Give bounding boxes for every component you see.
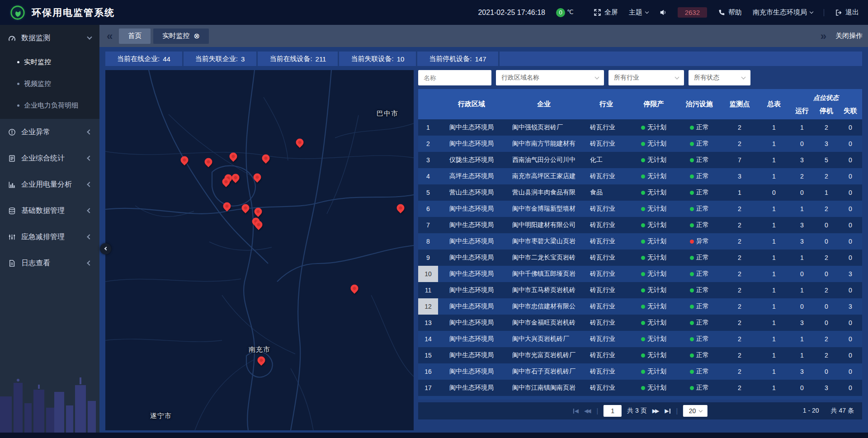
- prev-page-icon[interactable]: ◀◀: [584, 408, 591, 414]
- cell-production-status: 无计划: [630, 233, 678, 250]
- chevron-down-icon: [698, 408, 702, 412]
- cell-run: 1: [790, 331, 814, 347]
- map-pin-icon[interactable]: [294, 137, 305, 147]
- sidebar-item-log-view[interactable]: 日志查看: [0, 250, 99, 276]
- sidebar-item-enterprise-abnormal[interactable]: 企业异常: [0, 119, 99, 145]
- table-row[interactable]: 10阆中生态环境局阆中千佛镇五郎垭页岩砖瓦行业无计划正常21003: [418, 266, 862, 282]
- map-pin-icon[interactable]: [349, 283, 360, 294]
- table-row[interactable]: 13阆中生态环境局阆中市金福旺页岩机砖砖瓦行业无计划正常21300: [418, 315, 862, 331]
- logout-label: 退出: [845, 8, 859, 17]
- theme-dropdown[interactable]: 主题: [629, 8, 648, 17]
- cell-company: 阆中千佛镇五郎垭页岩: [505, 266, 583, 282]
- green-dot-icon: [690, 353, 694, 358]
- sidebar-item-enterprise-statistics[interactable]: 企业综合统计: [0, 145, 99, 171]
- sidebar-item-realtime-monitor[interactable]: 实时监控: [0, 51, 99, 73]
- region-filter-select[interactable]: 行政区域名称: [496, 70, 604, 85]
- map-pin-icon[interactable]: [256, 355, 267, 366]
- col-region: 行政区域: [438, 89, 505, 119]
- fullscreen-button[interactable]: 全屏: [594, 8, 618, 17]
- table-row[interactable]: 12阆中生态环境局阆中市忠信建材有限公砖瓦行业无计划正常21003: [418, 298, 862, 315]
- notice-count-badge[interactable]: 2632: [678, 7, 707, 18]
- table-row[interactable]: 9阆中生态环境局阆中市二龙长宝页岩砖砖瓦行业无计划正常21120: [418, 250, 862, 266]
- table-row[interactable]: 2阆中生态环境局阆中市南方节能建材有砖瓦行业无计划正常21030: [418, 136, 862, 152]
- table-row[interactable]: 1阆中生态环境局阆中强锐页岩砖厂砖瓦行业无计划正常21120: [418, 119, 862, 136]
- table-row[interactable]: 7阆中生态环境局阆中明阳建材有限公司砖瓦行业无计划正常21300: [418, 217, 862, 233]
- divider: [824, 9, 824, 16]
- sidebar-item-video-monitor[interactable]: 视频监控: [0, 73, 99, 94]
- tab-bar: « 首页实时监控⊗ » 关闭操作: [99, 25, 868, 47]
- cell-points: 3: [721, 168, 758, 184]
- map-pin-icon[interactable]: [253, 206, 264, 217]
- map-pin-icon[interactable]: [179, 155, 190, 165]
- range-label: 1 - 20: [803, 407, 819, 414]
- status-filter-select[interactable]: 所有状态: [689, 70, 750, 85]
- cell-industry: 砖瓦行业: [583, 396, 630, 400]
- cell-facility-status: 正常: [678, 184, 721, 201]
- map-pin-icon[interactable]: [240, 203, 251, 213]
- logout-button[interactable]: 退出: [835, 8, 859, 17]
- cell-meters: 1: [758, 136, 790, 152]
- sidebar-item-base-data-mgmt[interactable]: 基础数据管理: [0, 198, 99, 224]
- cell-points: 2: [721, 282, 758, 298]
- last-page-icon[interactable]: ▶: [665, 408, 670, 414]
- table-row[interactable]: 5营山生态环境局营山县润丰肉食品有限食品无计划正常10010: [418, 184, 862, 201]
- name-filter-input[interactable]: [418, 70, 491, 85]
- sidebar-item-data-monitoring[interactable]: 数据监测: [0, 25, 99, 51]
- table-row[interactable]: 6阆中生态环境局阆中市金博瑞新型墙材砖瓦行业无计划正常21120: [418, 201, 862, 217]
- tabs-scroll-left-icon[interactable]: «: [105, 31, 114, 42]
- table-row[interactable]: 18南部生态环境局南部县双佛页岩砖有限砖瓦行业无计划正常21030: [418, 396, 862, 400]
- industry-filter-select[interactable]: 所有行业: [609, 70, 684, 85]
- help-button[interactable]: 帮助: [718, 8, 742, 17]
- collapse-map-handle[interactable]: [100, 243, 111, 254]
- cell-facility-status: 正常: [678, 266, 721, 282]
- map-pin-icon[interactable]: [395, 203, 406, 213]
- chevron-down-icon: [675, 75, 679, 80]
- sidebar-item-emergency-reduction[interactable]: 应急减排管理: [0, 224, 99, 250]
- tab-realtime-monitor[interactable]: 实时监控⊗: [153, 28, 208, 44]
- cell-index: 14: [418, 331, 438, 347]
- map-pin-icon[interactable]: [228, 151, 239, 162]
- page-size-select[interactable]: 20: [683, 405, 708, 417]
- close-operations-dropdown[interactable]: 关闭操作: [835, 32, 863, 40]
- cell-meters: 1: [758, 380, 790, 396]
- sidebar-item-power-load-detail[interactable]: 企业电力负荷明细: [0, 94, 99, 116]
- map-pin-icon[interactable]: [230, 172, 241, 183]
- cell-industry: 化工: [583, 152, 630, 168]
- tabs-scroll-right-icon[interactable]: »: [819, 31, 828, 42]
- table-row[interactable]: 11阆中生态环境局阆中市五马桥页岩机砖砖瓦行业无计划正常21120: [418, 282, 862, 298]
- col-run: 运行: [790, 103, 814, 119]
- page-input[interactable]: 1: [604, 405, 622, 417]
- red-dot-icon: [690, 240, 694, 244]
- tab-close-icon[interactable]: ⊗: [193, 33, 199, 40]
- first-page-icon[interactable]: ◀: [573, 408, 579, 414]
- stat-label: 当前停机设备:: [429, 55, 472, 63]
- table-row[interactable]: 4高坪生态环境局南充市高坪区王家店建砖瓦行业无计划正常31220: [418, 168, 862, 184]
- table-row[interactable]: 14阆中生态环境局阆中大兴页岩机砖厂砖瓦行业无计划正常21120: [418, 331, 862, 347]
- cell-production-status: 无计划: [630, 201, 678, 217]
- map-pin-icon[interactable]: [252, 172, 263, 183]
- table-row[interactable]: 3仪陇生态环境局西南油气田分公司川中化工无计划正常71350: [418, 152, 862, 168]
- cell-region: 阆中生态环境局: [438, 266, 505, 282]
- col-points: 监测点: [721, 89, 758, 119]
- notice-speaker-button[interactable]: [659, 9, 667, 16]
- cell-company: 南部县双佛页岩砖有限: [505, 396, 583, 400]
- tab-home[interactable]: 首页: [119, 28, 151, 44]
- cell-index: 16: [418, 363, 438, 380]
- table-row[interactable]: 17阆中生态环境局阆中市江南镇阆南页岩砖瓦行业无计划正常21030: [418, 380, 862, 396]
- table-header: 行政区域 企业 行业 停限产 治污设施 监测点 总表 点位状态 运行 停机 失联: [418, 89, 862, 119]
- map-pin-icon[interactable]: [203, 156, 214, 167]
- next-page-icon[interactable]: ▶▶: [652, 408, 659, 414]
- stat-item: 当前停机设备:147: [417, 52, 499, 66]
- table-row[interactable]: 16阆中生态环境局阆中市石子页岩机砖厂砖瓦行业无计划正常21300: [418, 363, 862, 380]
- map-canvas[interactable]: 巴中市南充市遂宁市: [105, 70, 414, 430]
- cell-index: 1: [418, 119, 438, 136]
- sidebar-item-power-usage-analysis[interactable]: 企业用电量分析: [0, 171, 99, 198]
- org-dropdown[interactable]: 南充市生态环境局: [753, 8, 813, 17]
- table-row[interactable]: 8阆中生态环境局阆中市枣碧大梁山页岩砖瓦行业无计划异常21300: [418, 233, 862, 250]
- map-pin-icon[interactable]: [260, 153, 271, 164]
- map-pin-icon[interactable]: [222, 201, 232, 212]
- cell-company: 阆中市南方节能建材有: [505, 136, 583, 152]
- stat-value: 10: [397, 55, 405, 63]
- cell-production-status: 无计划: [630, 250, 678, 266]
- table-row[interactable]: 15阆中生态环境局阆中市光富页岩机砖厂砖瓦行业无计划正常21120: [418, 347, 862, 363]
